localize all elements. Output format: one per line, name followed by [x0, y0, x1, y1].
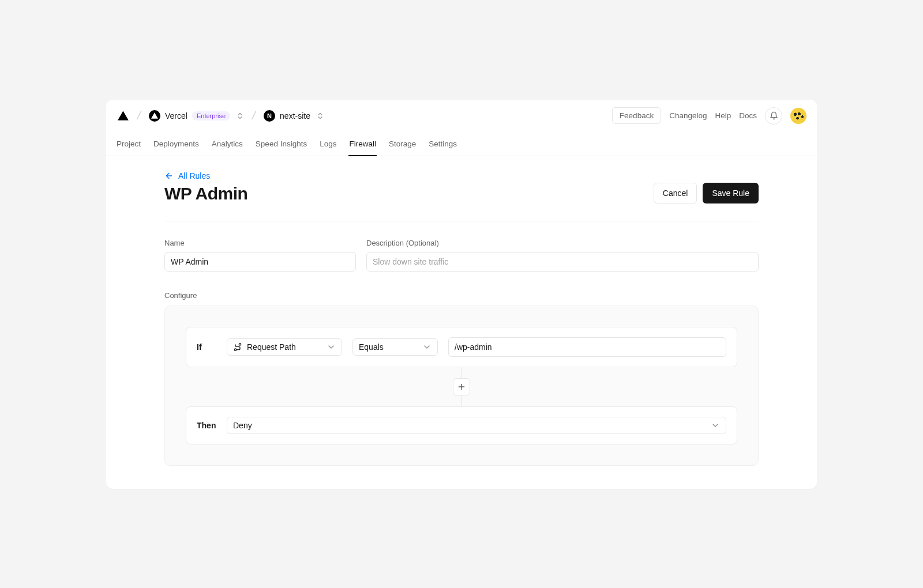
- field-select[interactable]: Request Path: [227, 338, 342, 356]
- page-title: WP Admin: [164, 184, 247, 203]
- header: / Vercel Enterprise / N next-site: [106, 100, 817, 132]
- vercel-logo-icon[interactable]: [117, 110, 129, 122]
- connector-line: [462, 367, 462, 378]
- back-link-label: All Rules: [178, 171, 210, 180]
- page-actions: Cancel Save Rule: [654, 183, 759, 203]
- plan-badge: Enterprise: [192, 111, 230, 120]
- if-keyword: If: [197, 342, 216, 352]
- condition-connector: [186, 367, 737, 406]
- configure-panel: If Request Path Equals: [164, 306, 759, 466]
- project-crumb[interactable]: N next-site: [264, 110, 324, 122]
- action-select-value: Deny: [233, 421, 252, 430]
- nav-help[interactable]: Help: [715, 111, 731, 120]
- chevron-down-icon: [711, 421, 720, 430]
- cancel-button[interactable]: Cancel: [654, 183, 697, 203]
- tab-logs[interactable]: Logs: [320, 132, 336, 156]
- chevron-down-icon: [422, 342, 432, 352]
- chevron-updown-icon[interactable]: [316, 112, 324, 120]
- chevron-updown-icon[interactable]: [236, 112, 244, 120]
- then-keyword: Then: [197, 421, 216, 430]
- tabs: Project Deployments Analytics Speed Insi…: [106, 132, 817, 156]
- connector-line: [462, 395, 462, 406]
- notifications-button[interactable]: [765, 107, 782, 125]
- then-row: Then Deny: [186, 406, 737, 444]
- user-avatar[interactable]: [790, 108, 806, 124]
- save-button[interactable]: Save Rule: [703, 183, 759, 203]
- tab-project[interactable]: Project: [117, 132, 141, 156]
- name-label: Name: [164, 239, 356, 247]
- plus-icon: [457, 382, 466, 391]
- description-input[interactable]: [366, 252, 759, 272]
- if-row: If Request Path Equals: [186, 327, 737, 367]
- description-label: Description (Optional): [366, 239, 759, 247]
- breadcrumb-separator: /: [250, 109, 258, 122]
- bell-icon: [770, 111, 778, 120]
- back-link[interactable]: All Rules: [164, 171, 210, 180]
- field-select-value: Request Path: [247, 342, 296, 352]
- name-desc-row: Name Description (Optional): [164, 239, 759, 272]
- app-window: / Vercel Enterprise / N next-site: [106, 100, 817, 489]
- breadcrumb-separator: /: [135, 109, 144, 122]
- org-name: Vercel: [165, 111, 187, 120]
- svg-point-2: [239, 343, 241, 345]
- project-avatar-icon: N: [264, 110, 275, 122]
- value-input[interactable]: [448, 337, 726, 357]
- add-condition-button[interactable]: [453, 378, 470, 395]
- chevron-down-icon: [327, 342, 336, 352]
- org-crumb[interactable]: Vercel Enterprise: [149, 110, 244, 122]
- arrow-left-icon: [164, 171, 174, 180]
- tab-settings[interactable]: Settings: [429, 132, 457, 156]
- tab-storage[interactable]: Storage: [389, 132, 416, 156]
- tab-speed-insights[interactable]: Speed Insights: [256, 132, 307, 156]
- breadcrumb: / Vercel Enterprise / N next-site: [117, 109, 324, 122]
- page-header: All Rules WP Admin Cancel Save Rule: [164, 156, 759, 221]
- feedback-button[interactable]: Feedback: [612, 107, 661, 124]
- configure-label: Configure: [164, 291, 759, 300]
- tab-deployments[interactable]: Deployments: [153, 132, 199, 156]
- tab-firewall[interactable]: Firewall: [349, 132, 376, 156]
- operator-select[interactable]: Equals: [352, 338, 438, 356]
- route-icon: [233, 342, 242, 352]
- org-avatar-icon: [149, 110, 160, 122]
- tab-analytics[interactable]: Analytics: [212, 132, 243, 156]
- header-right: Feedback Changelog Help Docs: [612, 107, 806, 125]
- project-name: next-site: [280, 111, 310, 120]
- action-select[interactable]: Deny: [227, 417, 726, 434]
- operator-select-value: Equals: [359, 342, 384, 352]
- nav-docs[interactable]: Docs: [739, 111, 757, 120]
- nav-changelog[interactable]: Changelog: [669, 111, 707, 120]
- name-input[interactable]: [164, 252, 356, 272]
